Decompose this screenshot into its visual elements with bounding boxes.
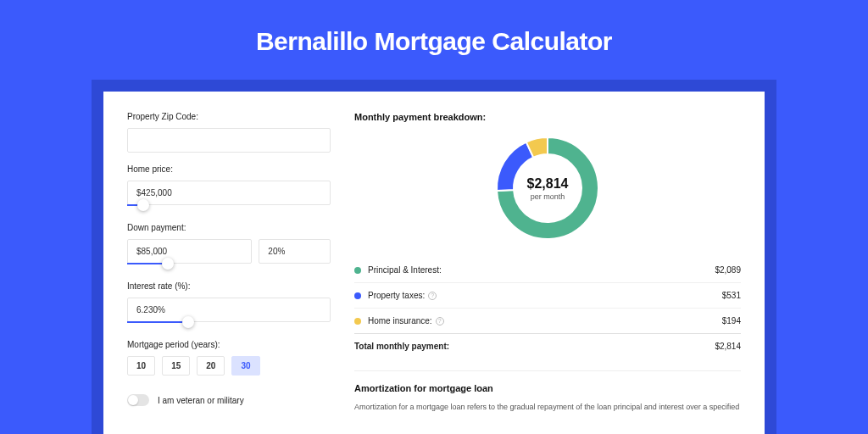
- price-input[interactable]: [127, 181, 331, 205]
- amortization-title: Amortization for mortgage loan: [354, 383, 741, 393]
- legend-amount: $531: [722, 291, 741, 300]
- form-panel: Property Zip Code: Home price: Down paym…: [127, 112, 331, 434]
- down-slider-thumb[interactable]: [162, 258, 174, 270]
- veteran-label: I am veteran or military: [158, 396, 244, 405]
- period-label: Mortgage period (years):: [127, 340, 331, 349]
- rate-label: Interest rate (%):: [127, 281, 331, 291]
- price-slider[interactable]: [127, 204, 331, 211]
- legend-dot: [354, 292, 361, 299]
- breakdown-title: Monthly payment breakdown:: [354, 112, 741, 122]
- period-button-30[interactable]: 30: [231, 356, 259, 376]
- period-buttons: 10152030: [127, 356, 331, 376]
- legend-amount: $2,089: [715, 265, 741, 275]
- period-button-10[interactable]: 10: [127, 356, 155, 376]
- zip-input[interactable]: [127, 128, 331, 153]
- legend-label: Principal & Interest:: [368, 265, 715, 275]
- rate-slider-fill: [127, 321, 188, 323]
- rate-slider[interactable]: [127, 321, 331, 328]
- page-title: Bernalillo Mortgage Calculator: [0, 0, 868, 80]
- down-slider[interactable]: [127, 263, 331, 270]
- legend-dot: [354, 318, 361, 325]
- donut-chart: $2,814 per month: [354, 134, 741, 242]
- veteran-toggle[interactable]: [127, 394, 149, 406]
- legend-list: Principal & Interest:$2,089Property taxe…: [354, 258, 741, 359]
- info-icon[interactable]: ?: [428, 292, 437, 300]
- down-amount-input[interactable]: [127, 239, 252, 264]
- rate-input[interactable]: [127, 298, 331, 322]
- amortization-section: Amortization for mortgage loan Amortizat…: [354, 370, 741, 414]
- donut-center-sub: per month: [531, 192, 565, 201]
- down-label: Down payment:: [127, 223, 331, 232]
- zip-label: Property Zip Code:: [127, 112, 331, 121]
- total-amount: $2,814: [715, 342, 741, 351]
- legend-total-row: Total monthly payment:$2,814: [354, 333, 741, 359]
- legend-label: Property taxes:?: [368, 291, 722, 300]
- price-label: Home price:: [127, 164, 331, 174]
- calculator-card: Property Zip Code: Home price: Down paym…: [103, 92, 765, 434]
- rate-slider-thumb[interactable]: [182, 316, 194, 328]
- legend-amount: $194: [722, 316, 741, 326]
- legend-row: Property taxes:?$531: [354, 282, 741, 308]
- amortization-text: Amortization for a mortgage loan refers …: [354, 402, 741, 414]
- inner-band: Property Zip Code: Home price: Down paym…: [92, 80, 776, 434]
- legend-label: Home insurance:?: [368, 316, 722, 326]
- info-icon[interactable]: ?: [436, 317, 444, 326]
- legend-row: Home insurance:?$194: [354, 308, 741, 333]
- donut-center-value: $2,814: [527, 176, 569, 192]
- total-label: Total monthly payment:: [354, 342, 715, 351]
- period-button-15[interactable]: 15: [162, 356, 190, 376]
- price-slider-thumb[interactable]: [137, 199, 149, 211]
- legend-dot: [354, 267, 361, 274]
- breakdown-panel: Monthly payment breakdown: $2,814 per mo…: [354, 112, 741, 434]
- down-percent-input[interactable]: [259, 239, 331, 264]
- period-button-20[interactable]: 20: [197, 356, 225, 376]
- legend-row: Principal & Interest:$2,089: [354, 258, 741, 282]
